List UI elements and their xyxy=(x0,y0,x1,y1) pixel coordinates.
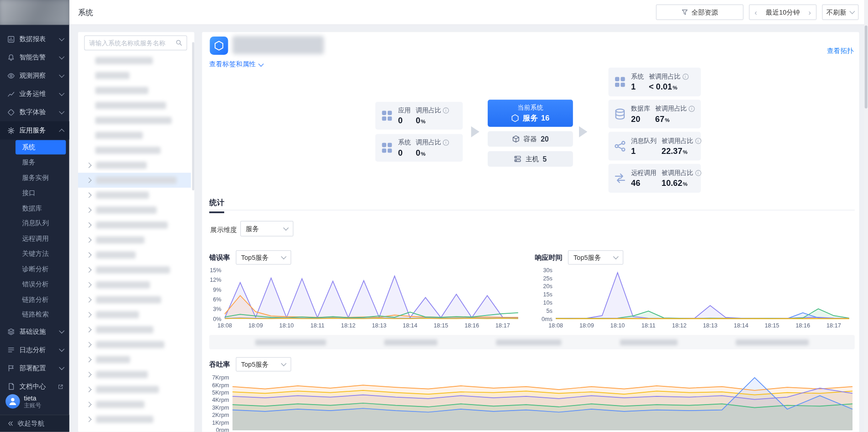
scrollbar-thumb[interactable] xyxy=(865,26,868,109)
list-item-redacted[interactable] xyxy=(78,307,191,322)
page-scrollbar[interactable] xyxy=(864,0,868,432)
sidebar-subitem-service[interactable]: 服务 xyxy=(0,155,69,170)
list-item-redacted[interactable] xyxy=(78,83,191,98)
time-next-icon[interactable]: › xyxy=(808,8,811,16)
expand-chevron-icon[interactable] xyxy=(86,178,92,183)
sidebar-item-app-services[interactable]: 应用服务 xyxy=(0,121,69,140)
tab-statistics[interactable]: 统计 xyxy=(209,198,224,213)
sidebar-item-business-ops[interactable]: 业务运维 xyxy=(0,84,69,103)
list-item-redacted[interactable] xyxy=(78,128,191,143)
sidebar-item-log-analysis[interactable]: 日志分析 xyxy=(0,341,69,359)
expand-chevron-icon[interactable] xyxy=(86,297,92,302)
list-item-redacted[interactable] xyxy=(78,173,191,188)
list-item-redacted[interactable] xyxy=(78,98,191,113)
redacted-text xyxy=(95,132,143,139)
current-system-stack: 当前系统 服务 16 容器 20 主机 5 xyxy=(488,100,573,167)
list-item-redacted[interactable] xyxy=(78,113,191,128)
list-item-redacted[interactable] xyxy=(78,352,191,367)
callee-message-queue-card[interactable]: 消息队列 1 被调用占比 22.37% xyxy=(608,132,700,161)
view-topology-link[interactable]: 查看拓扑 xyxy=(827,47,853,56)
svg-text:15s: 15s xyxy=(543,291,552,298)
sidebar-item-data-reports[interactable]: 数据报表 xyxy=(0,30,69,48)
search-box[interactable] xyxy=(84,36,187,51)
expand-chevron-icon[interactable] xyxy=(86,342,92,348)
list-item-redacted[interactable] xyxy=(78,277,191,292)
sidebar-item-smart-alerts[interactable]: 智能告警 xyxy=(0,48,69,66)
divider xyxy=(209,210,855,210)
list-item-redacted[interactable] xyxy=(78,397,191,412)
expand-chevron-icon[interactable] xyxy=(86,163,92,168)
host-row[interactable]: 主机 5 xyxy=(488,151,573,167)
expand-chevron-icon[interactable] xyxy=(86,327,92,332)
response-time-top5-select[interactable]: Top5服务 xyxy=(568,250,623,265)
list-item-redacted[interactable] xyxy=(78,217,191,232)
search-input[interactable] xyxy=(84,40,175,47)
time-range-picker[interactable]: ‹ 最近10分钟 › xyxy=(749,5,816,20)
list-item-redacted[interactable] xyxy=(78,263,191,278)
list-item-redacted[interactable] xyxy=(78,248,191,263)
expand-chevron-icon[interactable] xyxy=(86,222,92,228)
list-item-redacted[interactable] xyxy=(78,292,191,307)
sidebar-subitem-remote-call[interactable]: 远程调用 xyxy=(0,231,69,246)
expand-chevron-icon[interactable] xyxy=(86,312,92,317)
sidebar-item-digital-experience[interactable]: 数字体验 xyxy=(0,103,69,121)
expand-chevron-icon[interactable] xyxy=(86,192,92,198)
sidebar-subitem-key-methods[interactable]: 关键方法 xyxy=(0,247,69,262)
sidebar-item-infrastructure[interactable]: 基础设施 xyxy=(0,322,69,341)
expand-chevron-icon[interactable] xyxy=(86,267,92,273)
error-rate-top5-select[interactable]: Top5服务 xyxy=(236,250,291,265)
list-item-redacted[interactable] xyxy=(78,232,191,248)
list-item-redacted[interactable] xyxy=(78,203,191,218)
sidebar-subitem-diagnosis[interactable]: 诊断分析 xyxy=(0,262,69,277)
list-item-redacted[interactable] xyxy=(78,68,191,83)
sidebar-subitem-system[interactable]: 系统 xyxy=(16,140,66,155)
expand-chevron-icon[interactable] xyxy=(86,282,92,288)
collapse-nav-button[interactable]: 收起导航 xyxy=(0,415,69,432)
callee-system-card[interactable]: 系统 1 被调用占比 < 0.01% xyxy=(608,68,700,96)
svg-text:6Krpm: 6Krpm xyxy=(212,382,229,389)
callee-database-card[interactable]: 数据库 20 被调用占比 67% xyxy=(608,100,700,128)
expand-chevron-icon[interactable] xyxy=(86,416,92,422)
sidebar-subitem-database[interactable]: 数据库 xyxy=(0,200,69,216)
user-block[interactable]: tieta 主账号 xyxy=(0,390,69,413)
list-item-redacted[interactable] xyxy=(78,412,191,427)
expand-chevron-icon[interactable] xyxy=(86,237,92,243)
current-system-card[interactable]: 当前系统 服务 16 xyxy=(488,100,573,126)
refresh-select[interactable]: 不刷新 xyxy=(822,5,858,20)
callee-remote-call-card[interactable]: 远程调用 46 被调用占比 10.62% xyxy=(608,164,700,193)
expand-chevron-icon[interactable] xyxy=(86,252,92,258)
sidebar-subitem-trace-analysis[interactable]: 链路分析 xyxy=(0,292,69,307)
list-scrollbar[interactable] xyxy=(192,42,195,190)
system-list-panel xyxy=(78,32,195,432)
container-row[interactable]: 容器 20 xyxy=(488,131,573,147)
list-item-redacted[interactable] xyxy=(78,322,191,337)
caller-system-card[interactable]: 系统 0 调用占比 0% xyxy=(375,134,463,162)
list-item-redacted[interactable] xyxy=(78,367,191,382)
throughput-top5-select[interactable]: Top5服务 xyxy=(236,357,291,372)
list-item-redacted[interactable] xyxy=(78,382,191,397)
sidebar-subitem-service-instance[interactable]: 服务实例 xyxy=(0,170,69,185)
expand-chevron-icon[interactable] xyxy=(86,207,92,213)
expand-chevron-icon[interactable] xyxy=(86,387,92,392)
expand-chevron-icon[interactable] xyxy=(86,357,92,362)
sidebar-subitem-message-queue[interactable]: 消息队列 xyxy=(0,216,69,231)
sidebar-subitem-trace-search[interactable]: 链路检索 xyxy=(0,307,69,322)
svg-text:12%: 12% xyxy=(210,276,221,283)
sidebar-subitem-interface[interactable]: 接口 xyxy=(0,185,69,200)
caller-app-card[interactable]: 应用 0 调用占比 0% xyxy=(375,102,463,130)
list-item-redacted[interactable] xyxy=(78,143,191,158)
resource-filter-button[interactable]: 全部资源 xyxy=(656,5,744,20)
time-prev-icon[interactable]: ‹ xyxy=(754,8,757,16)
expand-chevron-icon[interactable] xyxy=(86,402,92,407)
dimension-select[interactable]: 服务 xyxy=(240,221,293,237)
list-item-redacted[interactable] xyxy=(78,337,191,352)
list-item-redacted[interactable] xyxy=(78,158,191,173)
sidebar-item-observe-insight[interactable]: 观测洞察 xyxy=(0,66,69,84)
list-item-redacted[interactable] xyxy=(78,188,191,203)
view-tags-link[interactable]: 查看标签和属性 xyxy=(209,60,263,69)
list-item-redacted[interactable] xyxy=(78,53,191,68)
sidebar-subitem-error-analysis[interactable]: 错误分析 xyxy=(0,277,69,292)
legend-item-redacted xyxy=(736,339,809,345)
expand-chevron-icon[interactable] xyxy=(86,372,92,377)
sidebar-item-deploy-config[interactable]: 部署配置 xyxy=(0,359,69,377)
